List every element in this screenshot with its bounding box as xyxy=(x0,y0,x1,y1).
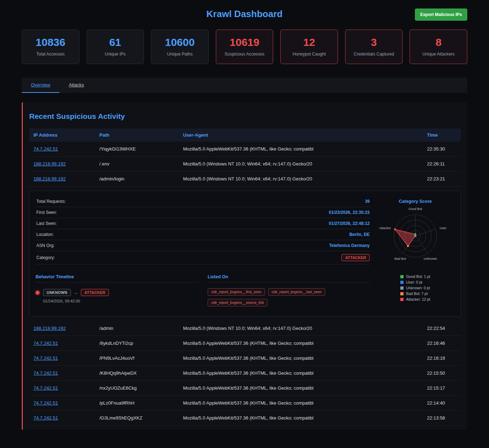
time-cell: 22:35:30 xyxy=(423,142,461,156)
ip-cell: 74.7.242.51 xyxy=(29,396,95,410)
legend-swatch xyxy=(400,292,404,295)
ip-link[interactable]: 188.218.99.192 xyxy=(33,326,66,331)
field-value: 39 xyxy=(365,199,370,204)
behavior-timeline-title: Behavior Timeline xyxy=(36,274,198,283)
stat-card-total-accesses: 10836Total Accesses xyxy=(22,30,79,64)
legend-label: Unknown: 0 pt xyxy=(406,286,430,290)
listed-on-section: Listed On cidr_report_bogons__first_seen… xyxy=(208,274,370,306)
timeline-from-badge: UNKNOWN xyxy=(43,289,71,296)
col-header-ip: IP Address xyxy=(29,128,95,142)
path-cell: /PN9LvAcJ4uoVf xyxy=(95,351,179,365)
ip-link[interactable]: 74.7.242.51 xyxy=(33,400,58,406)
stat-label: Unique Paths xyxy=(154,52,206,57)
suspicious-activity-panel: Recent Suspicious Activity IP Address Pa… xyxy=(22,102,467,430)
user-agent-cell: Mozilla/5.0 AppleWebKit/537.36 (KHTML, l… xyxy=(179,142,423,156)
tab-attacks[interactable]: Attacks xyxy=(59,78,93,93)
ip-link[interactable]: 188.218.99.192 xyxy=(33,161,66,167)
ip-link[interactable]: 74.7.242.51 xyxy=(33,385,58,391)
stat-value: 10619 xyxy=(218,36,271,48)
field-value: 01/27/2026, 22:48:12 xyxy=(329,221,370,226)
time-cell: 22:14:40 xyxy=(423,396,461,410)
legend-swatch xyxy=(400,298,404,301)
stat-card-unique-paths: 10600Unique Paths xyxy=(151,30,209,64)
col-header-user-agent: User-Agent xyxy=(179,128,423,142)
ip-cell: 74.7.242.51 xyxy=(29,381,95,395)
ip-cell: 188.218.99.192 xyxy=(29,172,95,186)
col-header-path: Path xyxy=(95,128,179,142)
stat-value: 3 xyxy=(348,36,400,48)
category-row: Category: ATTACKER xyxy=(36,251,370,264)
table-row[interactable]: 188.218.99.192/.envMozilla/5.0 (Windows … xyxy=(29,157,461,172)
table-row[interactable]: 74.7.242.51/K8HQq9hAipeDXMozilla/5.0 App… xyxy=(29,366,461,381)
path-cell: /.env xyxy=(95,157,179,171)
ip-link[interactable]: 188.218.99.192 xyxy=(33,176,66,181)
listed-on-badge: cidr_report_bogons__last_seen xyxy=(268,288,325,296)
ip-link[interactable]: 74.7.242.51 xyxy=(33,341,58,346)
header: Krawl Dashboard Export Malicious IPs xyxy=(22,0,467,25)
timeline-to-badge: ATTACKER xyxy=(81,289,109,296)
timeline-dot-icon xyxy=(36,291,40,295)
svg-text:Bad Bot: Bad Bot xyxy=(395,257,406,260)
path-cell: /8ykdLnDYTi2cp xyxy=(95,336,179,351)
export-malicious-ips-button[interactable]: Export Malicious IPs xyxy=(415,9,467,21)
path-cell: /pLz0Fnua9fRhH xyxy=(95,396,179,410)
ip-cell: 74.7.242.51 xyxy=(29,142,95,156)
table-row[interactable]: 188.218.99.192/adminMozilla/5.0 (Windows… xyxy=(29,321,461,336)
table-header-row: IP Address Path User-Agent Time xyxy=(29,128,461,142)
stat-value: 10600 xyxy=(154,36,206,48)
stat-label: Honeypot Caught xyxy=(283,52,335,57)
detail-field-row: Location:Berlin, DE xyxy=(36,229,370,240)
time-cell: 22:26:11 xyxy=(423,157,461,171)
legend-label: User: 0 pt xyxy=(406,280,422,284)
ip-cell: 188.218.99.192 xyxy=(29,321,95,336)
user-agent-cell: Mozilla/5.0 AppleWebKit/537.36 (KHTML, l… xyxy=(179,336,423,351)
stat-label: Credentials Captured xyxy=(348,52,400,57)
timeline-entry: UNKNOWN → ATTACKER 01/24/2026, 09:42:00 xyxy=(36,289,198,303)
table-row[interactable]: 74.7.242.51/G3Lme9ShEQgXKZMozilla/5.0 Ap… xyxy=(29,411,461,426)
user-agent-cell: Mozilla/5.0 (Windows NT 10.0; Win64; x64… xyxy=(179,172,423,186)
stat-card-suspicious-accesses: 10619Suspicious Accesses xyxy=(216,30,274,64)
ip-link[interactable]: 74.7.242.51 xyxy=(33,370,58,376)
svg-text:Unknown: Unknown xyxy=(424,257,437,260)
table-row[interactable]: 74.7.242.51/nx2yUOZuE6CkgMozilla/5.0 App… xyxy=(29,381,461,396)
table-row[interactable]: 74.7.242.51/YiqykGI13WHXEMozilla/5.0 App… xyxy=(29,142,461,157)
radar-legend: Good Bot: 1 ptUser: 0 ptUnknown: 0 ptBad… xyxy=(400,273,430,303)
user-agent-cell: Mozilla/5.0 (Windows NT 10.0; Win64; x64… xyxy=(179,321,423,336)
path-cell: /YiqykGI13WHXE xyxy=(95,142,179,156)
timeline-timestamp: 01/24/2026, 09:42:00 xyxy=(43,299,109,303)
ip-cell: 74.7.242.51 xyxy=(29,366,95,380)
table-row[interactable]: 74.7.242.51/8ykdLnDYTi2cpMozilla/5.0 App… xyxy=(29,336,461,351)
ip-link[interactable]: 74.7.242.51 xyxy=(33,355,58,361)
table-row[interactable]: 188.218.99.192/admin/loginMozilla/5.0 (W… xyxy=(29,172,461,186)
path-cell: /admin/login xyxy=(95,172,179,186)
path-cell: /G3Lme9ShEQgXKZ xyxy=(95,411,179,425)
field-label: ASN Org: xyxy=(36,243,54,248)
legend-label: Good Bot: 1 pt xyxy=(406,274,430,279)
category-attacker-badge: ATTACKER xyxy=(342,254,370,261)
time-cell: 22:16:46 xyxy=(423,336,461,351)
ip-cell: 74.7.242.51 xyxy=(29,351,95,365)
time-cell: 22:22:54 xyxy=(423,321,461,336)
time-cell: 22:15:50 xyxy=(423,366,461,380)
time-cell: 22:16:19 xyxy=(423,351,461,365)
time-cell: 22:13:58 xyxy=(423,411,461,425)
detail-left: Total Requests:39First Seen:01/23/2026, … xyxy=(36,196,370,306)
stat-card-credentials-captured: 3Credentials Captured xyxy=(345,30,403,64)
legend-item: Bad Bot: 7 pt xyxy=(400,291,430,296)
listed-on-badge: cidr_report_bogons__first_seen xyxy=(208,288,265,296)
ip-link[interactable]: 74.7.242.51 xyxy=(33,146,58,152)
field-label: Location: xyxy=(36,232,54,237)
svg-text:Good Bot: Good Bot xyxy=(409,207,422,211)
field-value: 01/23/2026, 22:35:23 xyxy=(329,210,370,215)
field-label: Last Seen: xyxy=(36,221,57,226)
field-value: Telefonica Germany xyxy=(329,243,370,248)
field-value: Berlin, DE xyxy=(349,232,370,237)
legend-label: Attacker: 12 pt xyxy=(406,297,430,301)
ip-link[interactable]: 74.7.242.51 xyxy=(33,415,58,421)
ip-cell: 74.7.242.51 xyxy=(29,336,95,351)
tab-overview[interactable]: Overview xyxy=(22,78,59,93)
radar-chart-svg: Good BotUserUnknownBad BotAttacker xyxy=(376,205,454,269)
detail-field-row: First Seen:01/23/2026, 22:35:23 xyxy=(36,207,370,218)
table-row[interactable]: 74.7.242.51/pLz0Fnua9fRhHMozilla/5.0 App… xyxy=(29,396,461,411)
table-row[interactable]: 74.7.242.51/PN9LvAcJ4uoVfMozilla/5.0 App… xyxy=(29,351,461,366)
